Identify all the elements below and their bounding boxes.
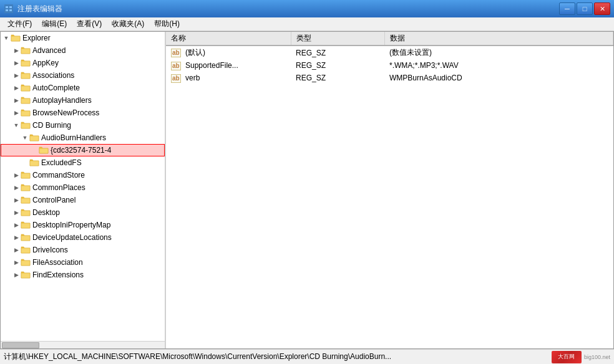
tree-label-findext: FindExtensions [32, 271, 84, 279]
tree-node-desktop[interactable]: ▶ Desktop [1, 206, 165, 219]
expand-icon-appkey: ▶ [12, 59, 21, 67]
status-path: 计算机\HKEY_LOCAL_MACHINE\SOFTWARE\Microsof… [4, 352, 391, 362]
values-table: 名称 类型 数据 ab (默认) REG_SZ (数值未设置) ab [166, 32, 613, 84]
folder-icon-associations [21, 71, 31, 80]
tree-node-cdburning[interactable]: ▼ CD Burning [1, 119, 165, 132]
tree-label-controlpanel: ControlPanel [32, 196, 76, 204]
menu-bar: 文件(F) 编辑(E) 查看(V) 收藏夹(A) 帮助(H) [0, 17, 614, 31]
tree-node-findextensions[interactable]: ▶ FindExtensions [1, 269, 165, 281]
expand-icon-associations: ▶ [12, 71, 21, 80]
tree-node-desktopini[interactable]: ▶ DesktopIniPropertyMap [1, 219, 165, 231]
col-header-data: 数据 [384, 32, 613, 46]
tree-node-browsenewprocess[interactable]: ▶ BrowseNewProcess [1, 107, 165, 119]
tree-node-commonplaces[interactable]: ▶ CommonPlaces [1, 181, 165, 194]
tree-node-excludedfs[interactable]: ▶ ExcludedFS [1, 156, 165, 169]
expand-icon-desktopini: ▶ [12, 221, 21, 229]
maximize-button[interactable]: □ [577, 2, 593, 15]
folder-icon-deviceupdate [21, 233, 31, 242]
collapse-icon-cdburning: ▼ [12, 121, 21, 130]
expand-icon-autocomplete: ▶ [12, 84, 21, 92]
logo-box: 大百网 [552, 351, 582, 363]
tree-node-commandstore[interactable]: ▶ CommandStore [1, 169, 165, 181]
tree-node-autoplayhandlers[interactable]: ▶ AutoplayHandlers [1, 94, 165, 107]
tree-node-explorer[interactable]: ▼ Explorer [1, 32, 165, 44]
svg-rect-4 [9, 9, 12, 11]
tree-node-fileassociation[interactable]: ▶ FileAssociation [1, 256, 165, 269]
folder-icon-autoplay [21, 96, 31, 105]
row0-type: REG_SZ [291, 46, 384, 59]
row2-name: ab verb [166, 72, 291, 84]
tree-content[interactable]: ▼ Explorer ▶ Advanced ▶ AppKe [1, 32, 165, 341]
tree-pane: ▼ Explorer ▶ Advanced ▶ AppKe [1, 32, 166, 348]
tree-label-commonplaces: CommonPlaces [32, 183, 85, 192]
folder-icon-desktop [21, 208, 31, 217]
tree-node-appkey[interactable]: ▶ AppKey [1, 57, 165, 69]
minimize-button[interactable]: ─ [559, 2, 575, 15]
tree-label-advanced: Advanced [32, 46, 66, 55]
expand-icon-advanced: ▶ [12, 46, 21, 55]
menu-view[interactable]: 查看(V) [72, 17, 107, 31]
row0-name: ab (默认) [166, 46, 291, 59]
tree-label-commandstore: CommandStore [32, 171, 85, 180]
folder-icon-excluded [29, 158, 39, 167]
tree-label-browse: BrowseNewProcess [32, 108, 99, 117]
tree-node-audioburnhandlers[interactable]: ▼ AudioBurnHandlers [1, 132, 165, 144]
window-controls: ─ □ ✕ [559, 2, 610, 15]
tree-hscrollbar[interactable] [1, 341, 165, 348]
tree-label-cdc: {cdc32574-7521-4 [51, 146, 111, 155]
tree-node-associations[interactable]: ▶ Associations [1, 69, 165, 82]
table-row[interactable]: ab verb REG_SZ WMPBurnAsAudioCD [166, 72, 613, 84]
tree-label-desktop: Desktop [32, 208, 60, 217]
tree-node-autocomplete[interactable]: ▶ AutoComplete [1, 82, 165, 94]
title-bar: 注册表编辑器 ─ □ ✕ [0, 0, 614, 17]
table-row[interactable]: ab SupportedFile... REG_SZ *.WMA;*.MP3;*… [166, 59, 613, 72]
tree-label-appkey: AppKey [32, 59, 59, 67]
folder-icon-controlpanel [21, 196, 31, 204]
table-row[interactable]: ab (默认) REG_SZ (数值未设置) [166, 46, 613, 59]
tree-node-controlpanel[interactable]: ▶ ControlPanel [1, 194, 165, 206]
app-icon [4, 4, 14, 14]
expand-icon-fileassoc: ▶ [12, 258, 21, 267]
tree-label-deviceupdate: DeviceUpdateLocations [32, 233, 112, 242]
menu-edit[interactable]: 编辑(E) [37, 17, 72, 31]
col-header-name: 名称 [166, 32, 291, 46]
tree-node-advanced[interactable]: ▶ Advanced [1, 44, 165, 57]
tree-node-deviceupdate[interactable]: ▶ DeviceUpdateLocations [1, 231, 165, 244]
menu-help[interactable]: 帮助(H) [149, 17, 185, 31]
collapse-icon-explorer: ▼ [2, 34, 11, 42]
row1-data: *.WMA;*.MP3;*.WAV [384, 59, 613, 72]
row0-data: (数值未设置) [384, 46, 613, 59]
svg-rect-1 [6, 6, 8, 8]
folder-icon-commandstore [21, 171, 31, 180]
tree-label-fileassoc: FileAssociation [32, 258, 83, 267]
row1-type: REG_SZ [291, 59, 384, 72]
svg-rect-0 [4, 4, 13, 13]
folder-icon-commonplaces [21, 183, 31, 192]
collapse-icon-audio: ▼ [21, 133, 29, 142]
hscrollbar-thumb[interactable] [2, 342, 39, 348]
expand-icon-autoplay: ▶ [12, 96, 21, 105]
menu-file[interactable]: 文件(F) [2, 17, 37, 31]
svg-rect-2 [9, 6, 12, 8]
tree-label-autocomplete: AutoComplete [32, 84, 80, 92]
reg-icon-1: ab [171, 62, 181, 70]
row2-type: REG_SZ [291, 72, 384, 84]
tree-label-cdburning: CD Burning [32, 121, 71, 130]
expand-icon-commandstore: ▶ [12, 171, 21, 180]
tree-label-audio: AudioBurnHandlers [41, 133, 106, 142]
tree-label-excluded: ExcludedFS [41, 158, 82, 167]
tree-node-cdc32574[interactable]: ▶ {cdc32574-7521-4 [1, 144, 165, 156]
folder-icon-cdc [39, 146, 49, 155]
tree-label-associations: Associations [32, 71, 74, 80]
menu-favorites[interactable]: 收藏夹(A) [107, 17, 149, 31]
tree-label-driveicons: DriveIcons [32, 246, 68, 254]
logo-text: 大百网 [558, 353, 575, 361]
folder-icon-findext [21, 271, 31, 279]
folder-icon-audio [29, 133, 39, 142]
tree-node-driveicons[interactable]: ▶ DriveIcons [1, 244, 165, 256]
status-logo: 大百网 big100.net [552, 351, 610, 363]
close-button[interactable]: ✕ [594, 2, 610, 15]
col-header-type: 类型 [291, 32, 384, 46]
tree-label-explorer: Explorer [22, 34, 51, 42]
folder-icon-browse [21, 108, 31, 117]
